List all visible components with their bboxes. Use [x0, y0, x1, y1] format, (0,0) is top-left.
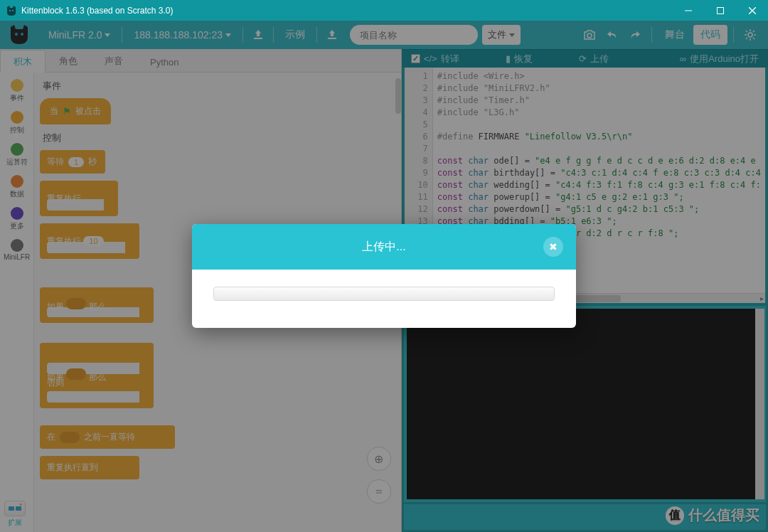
- svg-point-1: [12, 10, 14, 11]
- upload-progress-bar: [213, 287, 555, 301]
- upload-modal: 上传中... ✖: [192, 224, 576, 328]
- modal-close-button[interactable]: ✖: [543, 237, 563, 257]
- window-close-button[interactable]: [736, 0, 768, 21]
- window-title: Kittenblock 1.6.3 (based on Scratch 3.0): [21, 6, 173, 16]
- close-icon: ✖: [549, 241, 558, 252]
- window-minimize-button[interactable]: [672, 0, 704, 21]
- window-titlebar: Kittenblock 1.6.3 (based on Scratch 3.0): [0, 0, 768, 21]
- modal-body: [192, 270, 576, 328]
- window-maximize-button[interactable]: [704, 0, 736, 21]
- app-logo-icon: [6, 6, 17, 16]
- svg-rect-3: [717, 7, 723, 14]
- modal-title: 上传中...: [362, 240, 405, 255]
- modal-header: 上传中... ✖: [192, 224, 576, 270]
- svg-point-0: [9, 10, 11, 11]
